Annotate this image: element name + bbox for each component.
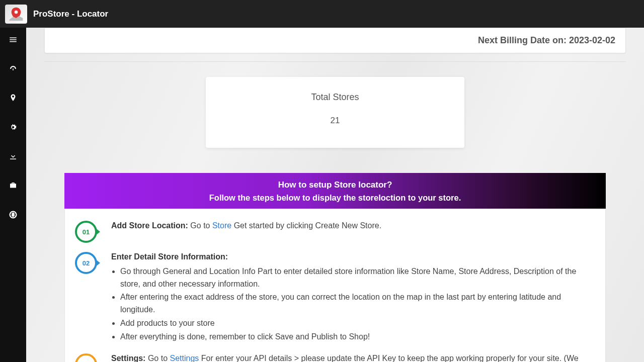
svg-point-0 [15, 10, 18, 14]
dashboard-icon[interactable] [8, 64, 18, 74]
step-2-content: Enter Detail Store Information: Go throu… [111, 251, 590, 344]
step-3: 03 Settings: Go to Settings For enter yo… [75, 352, 590, 362]
step-1-prefix: Go to [190, 221, 212, 230]
step-number-01: 01 [75, 221, 97, 243]
billing-card: Next Billing Date on: 2023-02-02 [44, 28, 626, 53]
step-1: 01 Add Store Location: Go to Store Get s… [75, 220, 590, 243]
briefcase-icon[interactable] [8, 180, 18, 191]
step-2: 02 Enter Detail Store Information: Go th… [75, 251, 590, 344]
download-icon[interactable] [8, 151, 18, 161]
step-number-02: 02 [75, 252, 97, 274]
billing-date: 2023-02-02 [569, 35, 615, 45]
support-icon[interactable] [8, 210, 18, 220]
step-2-bullet-3: Add products to your store [120, 317, 590, 330]
step-number-03: 03 [75, 353, 97, 362]
guide-subtitle: Follow the steps below to display the st… [64, 193, 606, 203]
step-2-heading: Enter Detail Store Information: [111, 252, 228, 261]
billing-label: Next Billing Date on: [478, 35, 569, 45]
step-2-bullet-4: After everything is done, remember to cl… [120, 331, 590, 343]
step-3-heading: Settings: [111, 354, 145, 362]
settings-icon[interactable] [8, 122, 18, 132]
settings-link[interactable]: Settings [170, 354, 199, 362]
step-1-content: Add Store Location: Go to Store Get star… [111, 220, 590, 232]
location-icon[interactable] [8, 93, 18, 103]
logo-wrap: ProStore - Locator [5, 5, 108, 24]
billing-text: Next Billing Date on: 2023-02-02 [478, 35, 615, 45]
guide-header: How to setup Store locator? Follow the s… [64, 173, 606, 209]
total-stores-card: Total Stores 21 [206, 77, 464, 148]
divider [44, 61, 626, 62]
step-1-suffix: Get started by clicking Create New Store… [234, 221, 381, 230]
total-stores-value: 21 [206, 116, 464, 126]
total-stores-label: Total Stores [206, 92, 464, 103]
app-logo [5, 5, 27, 24]
hamburger-icon[interactable] [8, 35, 18, 45]
step-2-bullets: Go through General and Location Info Par… [120, 265, 590, 343]
step-2-bullet-2: After entering the exact address of the … [120, 291, 590, 316]
store-link[interactable]: Store [212, 221, 231, 230]
setup-guide: How to setup Store locator? Follow the s… [64, 173, 606, 362]
step-2-bullet-1: Go through General and Location Info Par… [120, 265, 590, 291]
sidebar [0, 28, 26, 362]
step-3-prefix: Go to [148, 354, 170, 362]
topbar: ProStore - Locator [0, 0, 644, 28]
step-1-heading: Add Store Location: [111, 221, 188, 230]
guide-body: 01 Add Store Location: Go to Store Get s… [64, 209, 606, 362]
step-3-content: Settings: Go to Settings For enter your … [111, 352, 590, 362]
main-content: Next Billing Date on: 2023-02-02 Total S… [26, 28, 644, 362]
app-title: ProStore - Locator [33, 9, 108, 19]
guide-title: How to setup Store locator? [64, 180, 606, 190]
